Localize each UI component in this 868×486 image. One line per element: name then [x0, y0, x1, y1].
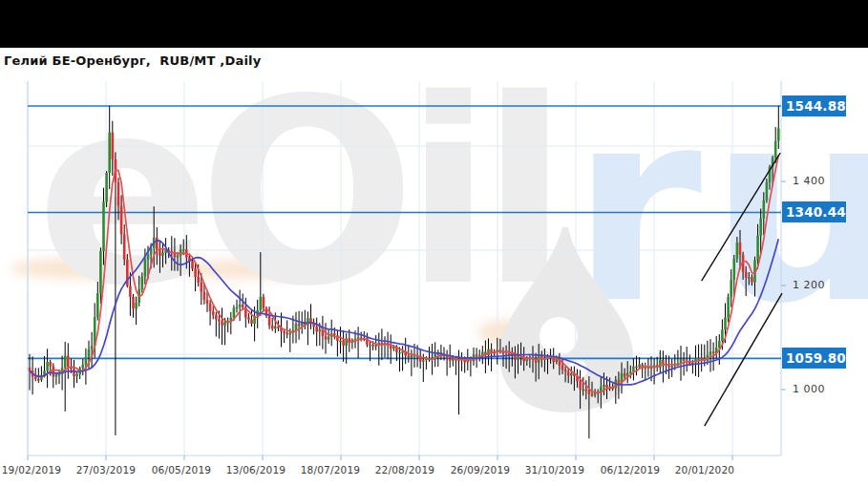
price-level-badge: 1544.88	[782, 95, 846, 116]
price-level-badge: 1340.44	[782, 201, 846, 222]
x-axis-tick-label: 26/09/2019	[437, 464, 523, 475]
y-axis-tick-label: 1 000	[793, 383, 825, 395]
x-axis-tick-label: 22/08/2019	[362, 464, 448, 475]
y-axis-tick-label: 1 400	[793, 175, 825, 187]
x-axis-tick-label: 27/03/2019	[63, 464, 149, 475]
x-axis-tick-label: 20/01/2020	[662, 464, 748, 475]
x-axis-tick-label: 13/06/2019	[213, 464, 299, 475]
x-axis-tick-label: 31/10/2019	[512, 464, 598, 475]
candlestick-plot[interactable]	[0, 0, 868, 486]
x-axis-tick-label: 18/07/2019	[287, 464, 373, 475]
x-axis-tick-label: 06/05/2019	[138, 464, 224, 475]
price-level-badge: 1059.80	[782, 348, 846, 369]
x-axis-tick-label: 06/12/2019	[587, 464, 673, 475]
y-axis-tick-label: 1 200	[793, 279, 825, 291]
chart-window: Гелий БЕ-Оренбург, RUB/MT ,Daily eOil ru…	[0, 0, 868, 486]
